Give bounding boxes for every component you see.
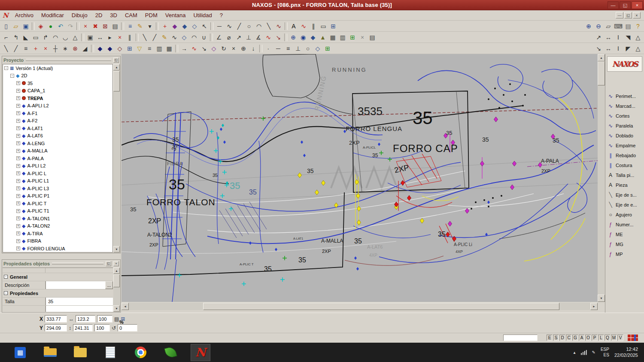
tool-icon[interactable]: ∙ [264, 44, 273, 53]
menu-3d[interactable]: 3D [106, 11, 121, 20]
tool-icon[interactable]: ◡ [61, 33, 70, 42]
calculator-icon[interactable]: ▦ [10, 344, 30, 361]
add-icon[interactable]: + [160, 21, 170, 31]
scroll-thumb[interactable] [203, 303, 559, 310]
group-row-general[interactable]: - General [3, 273, 113, 281]
circle-icon[interactable]: ○ [244, 21, 254, 31]
tool-icon[interactable]: ◆ [95, 44, 105, 53]
tool-icon[interactable]: ↓ [249, 44, 258, 53]
menu-utilidad[interactable]: Utilidad [189, 11, 216, 20]
tool-eje-de-s[interactable]: ╲Eje de s... [606, 190, 643, 200]
mode-cell-e[interactable]: E [547, 335, 553, 341]
properties-panel-header[interactable]: Propiedades objetos ◱ × [2, 260, 120, 267]
tree-item-35[interactable]: +35 [3, 79, 112, 87]
tree-item-fibra[interactable]: +◆FIBRA [3, 237, 112, 245]
list-icon[interactable]: ≡ [125, 21, 135, 31]
project-tree-scrollbar[interactable]: ▲ ▼ [113, 64, 120, 252]
mode-cell-d[interactable]: D [559, 335, 565, 341]
new-file-icon[interactable]: ▯ [1, 21, 11, 31]
close-button[interactable]: × [632, 1, 643, 9]
menu-archivo[interactable]: Archivo [11, 11, 37, 20]
tool-mg[interactable]: ƒMG [606, 239, 643, 249]
mode-cell-v[interactable]: V [617, 335, 623, 341]
expand-icon[interactable]: + [16, 186, 20, 190]
mode-cell-c[interactable]: C [566, 335, 572, 341]
measure-icon[interactable]: ↔ [604, 44, 613, 53]
fillet-icon[interactable]: ◠ [51, 33, 60, 42]
expand-icon[interactable]: + [16, 134, 20, 138]
tool-icon[interactable]: ▥ [338, 33, 347, 42]
rectangle-icon[interactable]: ▭ [319, 21, 328, 31]
tool-icon[interactable]: ↗ [234, 33, 243, 42]
move-icon[interactable]: ↔ [95, 33, 105, 42]
tool-icon[interactable]: ▤ [368, 33, 377, 42]
draw-icon[interactable]: ✎ [160, 33, 169, 42]
pen-input-icon[interactable]: ✎ [592, 350, 595, 355]
tool-icon[interactable]: ─ [273, 44, 283, 53]
tool-icon[interactable]: I [614, 33, 623, 42]
tree-item-a-tira[interactable]: +◆A-TIRA [3, 230, 112, 237]
angle-icon[interactable]: ∠ [214, 33, 224, 42]
tool-icon[interactable]: × [229, 44, 238, 53]
expand-icon[interactable]: + [16, 119, 20, 123]
tool-icon[interactable]: ↘ [199, 44, 209, 53]
dock-icon[interactable]: ◱ [113, 58, 119, 63]
descripcion-field[interactable] [46, 281, 105, 289]
tool-eje-de-e[interactable]: ╲Eje de e... [606, 200, 643, 210]
clock[interactable]: 12:42 22/02/2025 [614, 347, 638, 359]
tool-icon[interactable]: ◢ [80, 44, 90, 53]
info-icon[interactable]: ● [46, 21, 55, 31]
mode-cell-m[interactable]: M [611, 335, 617, 341]
zoom-all-icon[interactable]: ◉ [298, 33, 308, 42]
calculator-icon[interactable]: ⊞ [125, 44, 134, 53]
expand-icon[interactable]: + [16, 194, 20, 198]
scroll-thumb[interactable] [113, 274, 120, 287]
tree-item-capa-1[interactable]: +CAPA_1 [3, 87, 112, 95]
x-zoom-field[interactable]: 100 [97, 315, 112, 322]
tool-icon[interactable]: ↰ [11, 33, 21, 42]
perpendicular-icon[interactable]: ⊥ [244, 33, 253, 42]
expand-icon[interactable]: + [16, 171, 20, 175]
scroll-right-icon[interactable]: ► [590, 303, 598, 310]
tool-icon[interactable]: ▸ [105, 33, 115, 42]
tree-root[interactable]: - ▦ Versión 1 (Actual) [3, 64, 112, 72]
menu-ventana[interactable]: Ventana [161, 11, 190, 20]
tool-icon[interactable]: ⊗ [70, 44, 80, 53]
corner-icon[interactable]: ⌐ [1, 33, 11, 42]
rotate-icon[interactable]: ↻ [219, 44, 228, 53]
tool-icon[interactable]: ◣ [21, 33, 30, 42]
tool-icon[interactable]: ╲ [264, 21, 273, 31]
line-icon[interactable]: ─ [215, 21, 224, 31]
group-row-propiedades[interactable]: - Propiedades [3, 289, 113, 298]
hatch-icon[interactable]: ▦ [328, 33, 337, 42]
tool-icon[interactable]: ◥ [623, 33, 633, 42]
layers-icon[interactable]: ▤ [110, 21, 120, 31]
tree-item-a-apli-l2[interactable]: +◆A-APLI L2 [3, 102, 112, 110]
tool-icon[interactable]: ◇ [179, 33, 189, 42]
tool-icon[interactable]: ⊞ [323, 44, 332, 53]
tool-me[interactable]: ƒME [606, 229, 643, 239]
tree-item-a-f1[interactable]: +◆A-F1 [3, 110, 112, 117]
delete-icon[interactable]: × [81, 21, 90, 31]
tree-item-a-pala[interactable]: +◆A-PALA [3, 155, 112, 162]
more-button[interactable]: ... [105, 281, 113, 289]
text-icon[interactable]: A [289, 21, 298, 31]
tool-icon[interactable]: ◆ [170, 21, 179, 31]
mode-cell-o[interactable]: O [585, 335, 591, 341]
tree-item-a-plic-t[interactable]: +◆A-PLIC T [3, 200, 112, 207]
tool-icon[interactable]: ▥ [155, 44, 164, 53]
tool-icon[interactable]: ≡ [21, 44, 30, 53]
zoom-window-icon[interactable]: ⊕ [289, 33, 298, 42]
expand-icon[interactable]: + [16, 141, 20, 145]
tool-icon[interactable]: ◤ [623, 44, 633, 53]
expand-icon[interactable]: + [16, 216, 20, 220]
tool-icon[interactable]: → [179, 44, 189, 53]
tool-icon[interactable]: ↘ [273, 33, 283, 42]
arc-icon[interactable]: ◠ [254, 21, 264, 31]
tool-icon[interactable]: △ [633, 44, 643, 53]
expand-icon[interactable]: + [16, 89, 20, 93]
tray-expand-icon[interactable]: ▴ [574, 350, 576, 355]
mode-cell-q[interactable]: Q [605, 335, 611, 341]
save-icon[interactable]: ▣ [21, 21, 30, 31]
notepad-icon[interactable] [100, 344, 120, 361]
